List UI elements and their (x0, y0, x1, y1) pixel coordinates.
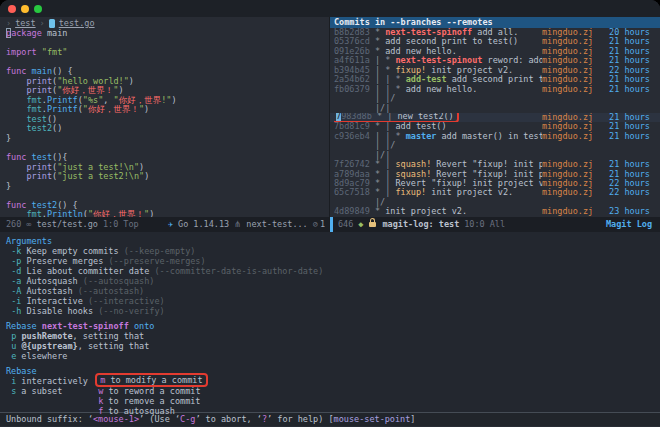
transient-menu-line[interactable]: -k Keep empty commits (--keep-empty) (6, 246, 660, 256)
commit-row[interactable]: 65c7518 * | fixup! init project v2.mingd… (330, 188, 660, 197)
commit-row[interactable]: c936eb4 | | * master add master() in tes… (330, 132, 660, 141)
transient-menu: Arguments -k Keep empty commits (--keep-… (0, 232, 660, 412)
code-buffer-line: } (6, 134, 329, 144)
code-buffer-line: print("just a test2!\n") (6, 172, 329, 182)
commit-message: 65c7518 * | fixup! init project v2. (334, 188, 542, 197)
go-file-icon (49, 19, 55, 28)
close-button[interactable] (8, 5, 16, 13)
commit-author: mingduo.zj (542, 75, 598, 84)
commit-author: mingduo.zj (542, 207, 598, 216)
modeline-scroll: Top (123, 217, 138, 232)
code-buffer-line: import "fmt" (6, 48, 329, 58)
code-editor-pane[interactable]: › test › test.go package main import "fm… (0, 17, 330, 217)
transient-menu-line[interactable]: -i Interactive (--interactive) (6, 296, 660, 306)
commit-message: | |/ (334, 94, 542, 103)
commit-message: 4d89849 * init project v2. (334, 207, 542, 216)
lock-icon (369, 222, 376, 227)
commit-message: | |/ (334, 141, 542, 150)
modeline-editor: 260 ∞ test/test.go 1:0 Top ✈ Go 1.14.13 … (0, 217, 330, 232)
code-buffer-line: fmt.Println("你好，世界！") (6, 210, 329, 217)
vc-diamond-icon: ◆ (358, 217, 363, 232)
modeline-position: 1:0 (103, 217, 118, 232)
commit-message: |/| (334, 104, 542, 113)
commit-list: b8b2d83 * next-test-spinoff add all.ming… (330, 28, 660, 217)
commit-row[interactable]: 4d89849 * init project v2.mingduo.zj23 h… (330, 207, 660, 216)
commit-time (598, 94, 660, 103)
code-buffer[interactable]: package main import "fmt" func main() { … (0, 29, 329, 217)
window-split: › test › test.go package main import "fm… (0, 17, 660, 217)
transient-menu-line[interactable]: -p Preserve merges (--preserve-merges) (6, 256, 660, 266)
commit-message: 05376cd * add second print to test() (334, 37, 542, 46)
commit-author: mingduo.zj (542, 170, 598, 179)
commit-message: a789daa * | squash! Revert "fixup! init … (334, 170, 542, 179)
commit-author: mingduo.zj (542, 37, 598, 46)
commit-time: 23 hours (598, 207, 660, 216)
transient-menu-line[interactable]: p pushRemote, setting that (6, 331, 660, 341)
commit-message: 7bd81c9 * | add test() (334, 122, 542, 131)
commit-message: b8b2d83 * next-test-spinoff add all. (334, 28, 542, 37)
transient-menu-line[interactable]: e elsewhere (6, 351, 660, 361)
modeline-scroll: All (490, 217, 505, 232)
commit-message: |/ (334, 198, 542, 207)
modeline-lang: Go 1.14.13 (178, 217, 229, 232)
commit-message: 8d9ac79 * | Revert "fixup! init project … (334, 179, 542, 188)
commit-author (542, 94, 598, 103)
commit-message: c936eb4 | | * master add master() in tes… (334, 132, 542, 141)
modeline-position: 10:0 (464, 217, 484, 232)
commit-author (542, 141, 598, 150)
code-buffer-line: test2() (6, 124, 329, 134)
commit-author (542, 198, 598, 207)
magit-log-pane[interactable]: Commits in --branches --remotes b8b2d83 … (330, 17, 660, 217)
commit-message: b394b45 | * fixup! init project v2. (334, 66, 542, 75)
commit-message: |/| (334, 151, 542, 160)
no-issues-icon: ⊘ (313, 217, 318, 232)
commit-row[interactable]: | |/ (330, 141, 660, 150)
transient-menu-line[interactable]: -d Lie about committer date (--committer… (6, 266, 660, 276)
commit-author: mingduo.zj (542, 179, 598, 188)
commit-message: a4f611a | * next-test-spinout reword: ad… (334, 56, 542, 65)
checker-icon: ✈ (168, 217, 173, 232)
minimize-button[interactable] (21, 5, 29, 13)
titlebar (0, 0, 660, 17)
commit-author: mingduo.zj (542, 188, 598, 197)
transient-menu-line[interactable]: -A Autostash (--autostash) (6, 286, 660, 296)
commit-message: 7f26742 * | squash! Revert "fixup! init … (334, 160, 542, 169)
commit-time (598, 141, 660, 150)
commit-row[interactable]: fb06379 | | * add new hello.mingduo.zj21… (330, 85, 660, 94)
echo-area-line: Unbound suffix: ‘<mouse-1>’ (Use ‘C-g’ t… (0, 413, 660, 426)
modeline-major-mode: Magit Log (606, 217, 660, 232)
modeline-branch: next-test... (246, 217, 307, 232)
transient-menu-line: Arguments (6, 236, 660, 246)
commit-time: 22 hours (598, 188, 660, 197)
commit-author: mingduo.zj (542, 56, 598, 65)
transient-menu-line[interactable]: i interactively m to modify a commit (6, 376, 660, 386)
emacs-window: › test › test.go package main import "fm… (0, 0, 660, 427)
transient-menu-line[interactable]: -a Autosquash (--autosquash) (6, 276, 660, 286)
zoom-button[interactable] (34, 5, 42, 13)
modeline-line-info: 646 (338, 217, 353, 232)
transient-menu-line[interactable]: -h Disable hooks (--no-verify) (6, 306, 660, 316)
commit-message: 091e26b * add new hello. (334, 47, 542, 56)
file-icon: ∞ (26, 217, 31, 232)
commit-author: mingduo.zj (542, 66, 598, 75)
transient-menu-line: Rebase next-test-spinoff onto (6, 321, 660, 331)
commit-author: mingduo.zj (542, 113, 598, 122)
commit-author: mingduo.zj (542, 122, 598, 131)
modelines: 260 ∞ test/test.go 1:0 Top ✈ Go 1.14.13 … (0, 217, 660, 232)
modeline-line-info: 260 (6, 217, 21, 232)
annotation-red-box: 7983d8b * | new test2() (334, 113, 459, 122)
commit-row[interactable]: | |/ (330, 94, 660, 103)
echo-area: Unbound suffix: ‘<mouse-1>’ (Use ‘C-g’ t… (0, 412, 660, 426)
transient-menu-line[interactable]: u @{upstream}, setting that (6, 341, 660, 351)
annotation-red-box: m to modify a commit (95, 373, 207, 387)
commit-author: mingduo.zj (542, 132, 598, 141)
commit-message: 7983d8b * | new test2() (334, 113, 542, 122)
code-buffer-line: } (6, 182, 329, 192)
issue-count: 1 (320, 217, 329, 232)
commit-author: mingduo.zj (542, 28, 598, 37)
commit-author (542, 151, 598, 160)
transient-menu-line[interactable]: k to remove a commit (6, 396, 660, 406)
commit-message: 2a54b62 | | * add-test add second print … (334, 75, 542, 84)
commit-author: mingduo.zj (542, 47, 598, 56)
transient-menu-line[interactable]: s a subset w to reword a commit (6, 386, 660, 396)
